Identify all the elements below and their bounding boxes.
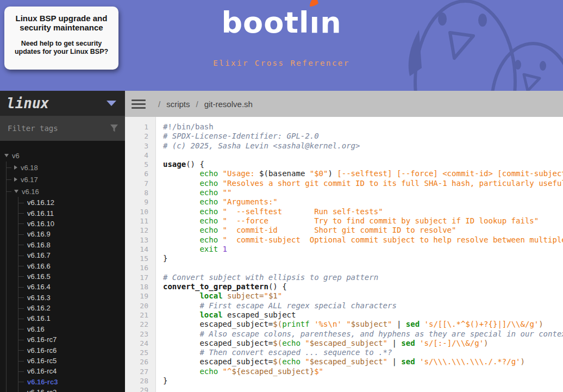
expand-icon[interactable] [14, 177, 17, 182]
breadcrumb-item[interactable]: scripts [166, 99, 190, 109]
line-number[interactable]: 17 [125, 273, 156, 282]
code-text: exit 1 [156, 245, 227, 254]
line-number[interactable]: 29 [125, 385, 156, 392]
version-label: v6.16.7 [27, 251, 51, 259]
version-label: v6.17 [21, 176, 38, 184]
code-text: echo "" [156, 188, 232, 197]
code-line: 14 exit 1 [125, 245, 563, 254]
code-line: 25 # Then convert escaped ... sequence t… [125, 348, 563, 357]
version-label: v6.16-rc5 [27, 357, 57, 365]
line-number[interactable]: 6 [125, 169, 156, 178]
version-label: v6.16-rc7 [27, 335, 57, 344]
code-line: 15} [125, 254, 563, 263]
line-number[interactable]: 8 [125, 188, 156, 197]
version-item-v6.16.12[interactable]: v6.16.12 [0, 197, 125, 208]
line-number[interactable]: 21 [125, 310, 156, 320]
code-text: # (c) 2025, Sasha Levin <sashal@kernel.o… [156, 141, 360, 151]
version-item-v6.16[interactable]: v6.16 [0, 185, 125, 197]
code-text: echo "^${escaped_subject}$" [156, 367, 323, 376]
line-number[interactable]: 26 [125, 357, 156, 366]
expand-icon[interactable] [14, 165, 17, 170]
source-code-viewer: 1#!/bin/bash2# SPDX-License-Identifier: … [125, 117, 563, 392]
code-text: echo " commit-subject Optional commit su… [156, 235, 563, 245]
line-number[interactable]: 9 [125, 197, 156, 207]
line-number[interactable]: 25 [125, 348, 156, 357]
line-number[interactable]: 14 [125, 245, 156, 254]
version-item-v6.16-rc7[interactable]: v6.16-rc7 [0, 334, 125, 345]
version-item-v6.16-rc4[interactable]: v6.16-rc4 [0, 366, 125, 376]
line-number[interactable]: 7 [125, 179, 156, 188]
site-tagline: Elixir Cross Referencer [0, 59, 563, 67]
version-item-v6.16[interactable]: v6.16 [0, 324, 125, 334]
code-text: # First escape ALL regex special charact… [156, 301, 397, 310]
code-line: 19 local subject="$1" [125, 291, 563, 301]
version-item-v6.16.3[interactable]: v6.16.3 [0, 293, 125, 303]
filter-tags-input[interactable] [7, 123, 107, 133]
version-item-v6.17[interactable]: v6.17 [0, 173, 125, 185]
line-number[interactable]: 10 [125, 207, 156, 216]
version-item-v6.16.10[interactable]: v6.16.10 [0, 219, 125, 229]
line-number[interactable]: 24 [125, 339, 156, 348]
line-number[interactable]: 5 [125, 160, 156, 169]
version-item-v6.16-rc5[interactable]: v6.16-rc5 [0, 356, 125, 366]
code-line: 21 local escaped_subject [125, 310, 563, 320]
line-number[interactable]: 20 [125, 301, 156, 310]
line-number[interactable]: 27 [125, 367, 156, 376]
breadcrumb: /scripts/git-resolve.sh [152, 91, 253, 117]
sidebar: linux v6v6.18v6.17v6.16v6.16.12v6.16.11v… [0, 91, 125, 392]
code-text: local subject="$1" [156, 291, 282, 301]
version-item-v6.16.9[interactable]: v6.16.9 [0, 229, 125, 239]
version-label: v6.16.5 [27, 272, 51, 281]
version-item-v6.18[interactable]: v6.18 [0, 161, 125, 173]
version-item-v6.16.2[interactable]: v6.16.2 [0, 303, 125, 313]
project-selector[interactable]: linux [0, 91, 125, 116]
version-item-v6.16.6[interactable]: v6.16.6 [0, 260, 125, 271]
line-number[interactable]: 22 [125, 320, 156, 329]
version-item-v6.16-rc3[interactable]: v6.16-rc3 [0, 377, 125, 387]
version-item-v6.16.5[interactable]: v6.16.5 [0, 271, 125, 282]
code-text [156, 385, 163, 392]
menu-icon[interactable] [125, 91, 152, 117]
code-text: echo " --selftest Run self-tests" [156, 207, 383, 216]
version-item-v6.16.1[interactable]: v6.16.1 [0, 313, 125, 323]
line-number[interactable]: 11 [125, 216, 156, 226]
version-label: v6.16.10 [27, 220, 54, 228]
collapse-icon[interactable] [14, 190, 18, 193]
code-line: 20 # First escape ALL regex special char… [125, 301, 563, 310]
code-text: } [156, 376, 167, 385]
line-number[interactable]: 28 [125, 376, 156, 385]
line-number[interactable]: 13 [125, 235, 156, 245]
line-number[interactable]: 23 [125, 329, 156, 339]
version-item-v6.16.4[interactable]: v6.16.4 [0, 282, 125, 292]
version-label: v6.16-rc6 [27, 346, 57, 354]
version-label: v6.16.1 [27, 314, 51, 322]
version-item-v6.16-rc2[interactable]: v6.16-rc2 [0, 387, 125, 392]
collapse-icon[interactable] [4, 154, 9, 157]
version-item-v6.16-rc6[interactable]: v6.16-rc6 [0, 345, 125, 355]
version-item-v6.16.8[interactable]: v6.16.8 [0, 240, 125, 250]
line-number[interactable]: 15 [125, 254, 156, 263]
version-item-v6[interactable]: v6 [0, 150, 125, 161]
bootlin-logo[interactable]: bootlın [221, 5, 341, 40]
code-line: 24 escaped_subject=$(echo "$escaped_subj… [125, 339, 563, 348]
line-number[interactable]: 1 [125, 122, 156, 132]
code-text: convert_to_grep_pattern() { [156, 282, 287, 291]
version-label: v6.16-rc3 [27, 378, 58, 386]
line-number[interactable]: 3 [125, 141, 156, 151]
code-line: 11 echo " --force Try to find commit by … [125, 216, 563, 226]
line-number[interactable]: 4 [125, 151, 156, 160]
line-number[interactable]: 2 [125, 132, 156, 141]
line-number[interactable]: 16 [125, 263, 156, 272]
code-line: 18convert_to_grep_pattern() { [125, 282, 563, 291]
code-text: echo "Usage: $(basename "$0") [--selftes… [156, 169, 563, 178]
version-item-v6.16.11[interactable]: v6.16.11 [0, 208, 125, 218]
code-text: # SPDX-License-Identifier: GPL-2.0 [156, 132, 319, 141]
code-line: 22 escaped_subject=$(printf '%s\n' "$sub… [125, 320, 563, 329]
line-number[interactable]: 19 [125, 291, 156, 301]
code-line: 12 echo " commit-id Short git commit ID … [125, 226, 563, 235]
breadcrumb-item[interactable]: git-resolve.sh [204, 99, 253, 109]
line-number[interactable]: 12 [125, 226, 156, 235]
line-number[interactable]: 18 [125, 282, 156, 291]
version-item-v6.16.7[interactable]: v6.16.7 [0, 250, 125, 260]
code-text [156, 151, 163, 160]
